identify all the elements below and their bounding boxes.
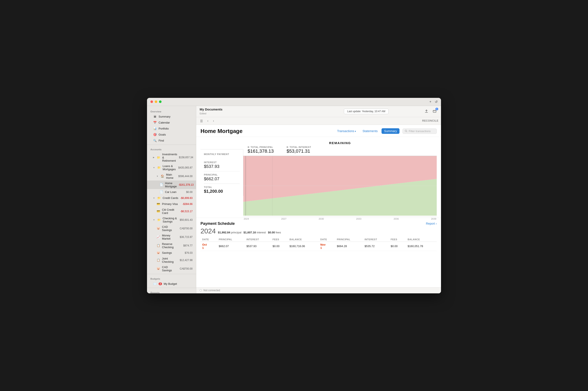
year-2024: 2024 (244, 217, 249, 220)
filter-search[interactable]: Filter transactions (402, 128, 437, 134)
report-link[interactable]: Report › (426, 222, 437, 225)
document-title: My Documents (200, 107, 309, 111)
sidebar-item-calendar[interactable]: 📅 Calendar (147, 120, 196, 126)
total-label-block: TOTAL $1,200.00 (201, 184, 243, 196)
main-window: + ↺ Overview 🏛 Summary 📅 Calendar 📊 Port… (147, 98, 441, 293)
schedule-header: Payment Schedule Report › (201, 221, 437, 226)
principal-label: PRINCIPAL (204, 174, 218, 176)
upload-icon (425, 109, 428, 113)
sidebar-item-primary-visa[interactable]: 💳 Primary Visa -$384.66 (147, 201, 196, 207)
nav-bar: ||| ‹ › RECONCILE (196, 117, 441, 125)
primary-visa-icon: 💳 (156, 202, 160, 206)
joint-checking-amount: $12,427.98 (180, 259, 193, 262)
last-update-button[interactable]: Last update: Yesterday, 10:47 AM (344, 108, 389, 114)
chart-right-area: REMAINING TOTAL PRINCIPAL $161,378.13 (243, 141, 437, 216)
total-label: TOTAL (204, 186, 212, 189)
upload-button[interactable] (424, 108, 430, 114)
sidebar-toggle-button[interactable]: ||| (199, 118, 204, 123)
sidebar-item-summary-label: Summary (158, 115, 170, 118)
principal-value: $662.07 (204, 177, 219, 181)
primary-visa-label: Primary Visa (162, 202, 178, 205)
total-value: $1,200.00 (204, 189, 223, 194)
schedule-header-row: DATE PRINCIPAL INTEREST FEES BALANCE DAT… (201, 237, 437, 242)
row-interest2: $535.72 (363, 242, 389, 251)
svg-chart-container: 2024 2027 2030 2033 2036 2039 (243, 156, 437, 216)
main-home-label: Main Home (166, 173, 177, 180)
sidebar-item-car-loan[interactable]: 📄 Car Loan $0.00 (147, 189, 196, 195)
add-button[interactable]: + (430, 100, 431, 104)
row-date1: Oct1 (201, 242, 217, 251)
sidebar-item-investments[interactable]: ▶ 📁 Investments & Retirement $158,657.34 (147, 152, 196, 163)
total-principal-label: TOTAL PRINCIPAL (251, 146, 273, 148)
back-button[interactable]: ‹ (206, 118, 210, 123)
schedule-table-body: Oct1 $662.07 $537.93 $0.00 $160,716.06 N… (201, 242, 437, 251)
checking-savings-chevron: ▼ (153, 219, 155, 221)
schedule-principal-amount: $1,992.84 (218, 231, 230, 234)
col-date1: DATE (201, 237, 217, 242)
portfolio-icon: 📊 (153, 127, 157, 131)
sidebar-item-joint-checking[interactable]: 📋 Joint Checking $12,427.98 (147, 256, 196, 265)
forward-button[interactable]: › (212, 118, 216, 123)
citi-credit-icon: 💳 (156, 209, 160, 213)
sidebar-item-credit-cards[interactable]: ▼ 📁 Credit Cards -$6,899.83 (147, 195, 196, 201)
car-loan-amount: $0.00 (186, 191, 193, 194)
sidebar-item-goals[interactable]: 🎯 Goals (147, 132, 196, 138)
schedule-table: DATE PRINCIPAL INTEREST FEES BALANCE DAT… (201, 237, 437, 251)
overview-section-label: Overview (147, 108, 196, 114)
tab-summary[interactable]: Summary (381, 128, 399, 134)
main-home-chevron: ▼ (156, 175, 158, 177)
investments-icon: 📁 (157, 155, 160, 159)
row-interest1: $537.93 (245, 242, 271, 251)
schedule-year: 2024 (201, 227, 216, 235)
main-content: Overview 🏛 Summary 📅 Calendar 📊 Portfoli… (147, 106, 441, 293)
sidebar-item-find[interactable]: 🔍 Find (147, 138, 196, 144)
connection-status-dot (200, 289, 202, 292)
sidebar-item-home-mortgage[interactable]: 📄 Home Mortgage -$161,378.13 (147, 181, 196, 189)
cad-savings2-label: CAD Savings (162, 266, 178, 272)
sidebar-item-cad-savings2[interactable]: 🐷 CAD Savings CA$700.00 (147, 265, 196, 273)
sidebar-item-citi-credit[interactable]: 💳 Citi Credit Card -$6,515.17 (147, 207, 196, 216)
col-balance1: BALANCE (288, 237, 319, 242)
chart-section: MONTHLY PAYMENT INTEREST $537.93 PRINCIP… (196, 137, 441, 218)
sidebar-item-checking-savings[interactable]: ▼ 📁 Checking & Savings $50,601.43 (147, 216, 196, 224)
reconcile-button[interactable]: RECONCILE (422, 119, 439, 122)
sidebar-item-cad-savings[interactable]: 🐷 CAD Savings CA$700.00 (147, 224, 196, 233)
table-row: Oct1 $662.07 $537.93 $0.00 $160,716.06 N… (201, 242, 437, 251)
refresh-button[interactable]: ↺ (435, 100, 438, 104)
year-2036: 2036 (393, 217, 399, 220)
col-principal2: PRINCIPAL (335, 237, 363, 242)
sidebar: Overview 🏛 Summary 📅 Calendar 📊 Portfoli… (147, 106, 196, 293)
close-button[interactable] (150, 100, 153, 103)
col-interest1: INTEREST (245, 237, 271, 242)
principal-label-block: PRINCIPAL $662.07 (201, 171, 243, 184)
sidebar-item-main-home[interactable]: ▼ 🏠 Main Home $596,444.00 (147, 172, 196, 181)
sidebar-item-savings[interactable]: 🐷 Savings $76.03 (147, 250, 196, 256)
interest-label: INTEREST (204, 161, 217, 164)
total-principal-value: $161,378.13 (248, 148, 274, 154)
budgets-divider (147, 274, 196, 274)
sidebar-item-my-budget[interactable]: ✉️ 2 My Budget (147, 281, 196, 287)
schedule-table-head: DATE PRINCIPAL INTEREST FEES BALANCE DAT… (201, 237, 437, 242)
reserve-checking-icon: 📋 (156, 244, 160, 248)
credit-cards-amount: -$6,899.83 (180, 196, 193, 199)
chart-totals-left (201, 148, 243, 149)
sidebar-item-money-market[interactable]: 📈 Money Market $36,715.97 (147, 233, 196, 241)
total-interest-block: TOTAL INTEREST $53,071.31 (287, 146, 311, 154)
reports-divider (147, 288, 196, 288)
citi-credit-amount: -$6,515.17 (180, 210, 193, 213)
notification-button[interactable]: 5 (432, 108, 438, 114)
investments-label: Investments & Retirement (162, 153, 177, 162)
sidebar-item-loans[interactable]: ▼ 📁 Loans & Mortgages $435,065.87 (147, 163, 196, 172)
year-2027: 2027 (281, 217, 286, 220)
my-budget-label: My Budget (164, 282, 177, 286)
tab-transactions[interactable]: Transactions (335, 128, 359, 134)
sidebar-item-portfolio[interactable]: 📊 Portfolio (147, 126, 196, 132)
maximize-button[interactable] (159, 100, 161, 103)
minimize-button[interactable] (155, 100, 157, 103)
tab-statements[interactable]: Statements (360, 128, 380, 134)
car-loan-label: Car Loan (165, 190, 176, 194)
schedule-meta-principal: $1,992.84 principal (218, 231, 241, 234)
col-balance2: BALANCE (406, 237, 437, 242)
sidebar-item-reserve-checking[interactable]: 📋 Reserve Checking $874.77 (147, 241, 196, 250)
sidebar-item-summary[interactable]: 🏛 Summary (147, 114, 196, 120)
